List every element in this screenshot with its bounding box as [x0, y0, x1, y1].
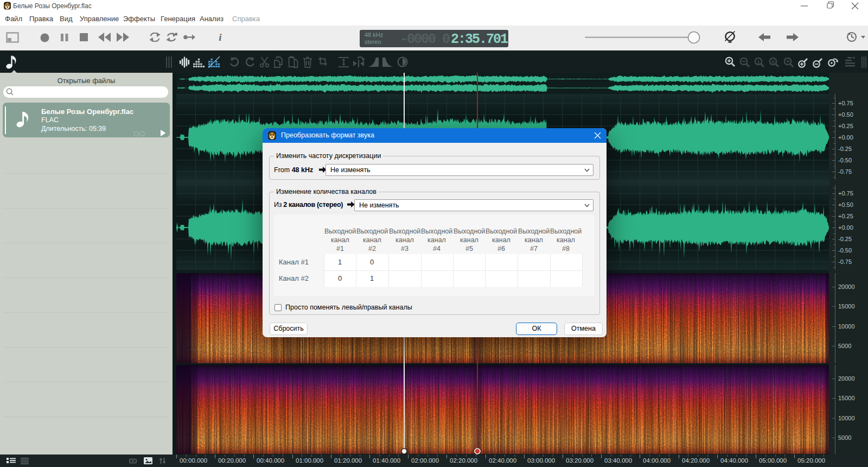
svg-text:0: 0 [771, 59, 774, 65]
svg-text:i: i [219, 31, 222, 43]
svg-text:1: 1 [757, 59, 760, 65]
